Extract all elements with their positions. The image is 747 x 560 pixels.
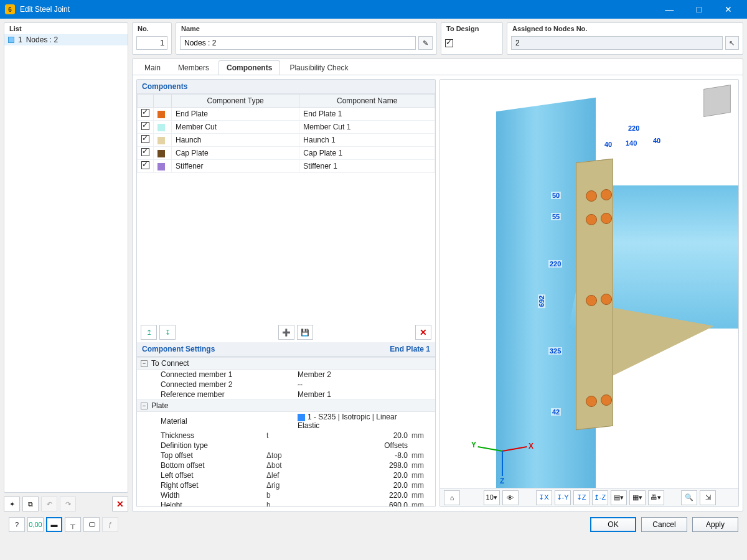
property-row[interactable]: Reference memberMember 1 [137,390,435,399]
property-row[interactable]: Material1 - S235 | Isotropic | Linear El… [137,412,435,431]
add-component-button[interactable]: ➕ [278,325,294,340]
component-checkbox[interactable] [141,135,149,143]
component-name: Stiffener 1 [299,160,435,173]
bolt-icon [601,394,612,406]
component-type: Haunch [172,134,299,147]
display-mode-button[interactable]: ▦▾ [629,490,646,505]
pick-nodes-button[interactable]: ↖ [725,36,739,50]
component-checkbox[interactable] [141,161,149,169]
new-item-button[interactable]: ✦ [4,497,20,511]
tab-bar: Main Members Components Plausibility Che… [133,59,743,75]
view-neg-z-button[interactable]: ↥-Z [592,490,608,505]
close-button[interactable]: ✕ [715,0,742,19]
property-row[interactable]: Bottom offsetΔbot298.0mm [137,460,435,470]
delete-component-button[interactable]: ✕ [415,325,431,340]
property-row[interactable]: Left offsetΔlef20.0mm [137,470,435,480]
dim-label: 140 [624,139,638,147]
component-name: Haunch 1 [299,134,435,147]
edit-name-button[interactable]: ✎ [418,36,433,50]
to-design-checkbox[interactable] [445,39,453,47]
undo-button[interactable]: ↶ [41,497,57,511]
property-row[interactable]: Connected member 2-- [137,380,435,390]
property-row[interactable]: Top offsetΔtop-8.0mm [137,450,435,460]
name-input[interactable] [180,36,416,50]
cancel-button[interactable]: Cancel [641,517,687,532]
settings-selected: End Plate 1 [390,345,430,353]
component-row[interactable]: Stiffener Stiffener 1 [138,160,435,173]
dim-label: 220 [627,124,641,132]
apply-button[interactable]: Apply [692,517,738,532]
col-name: Component Name [299,95,435,108]
bolt-icon [586,295,597,306]
dim-label: 55 [551,213,561,220]
bolt-icon [586,190,597,202]
minimize-button[interactable]: — [655,0,683,19]
units-button[interactable]: 0,00 [27,517,44,532]
bolt-icon [601,213,612,224]
export-view-button[interactable]: ⇲ [700,490,716,505]
assigned-panel: Assigned to Nodes No. ↖ [507,22,743,55]
save-component-button[interactable]: 💾 [297,325,313,340]
view-z-button[interactable]: ↧Z [573,490,590,505]
component-row[interactable]: Member Cut Member Cut 1 [138,121,435,134]
tab-members[interactable]: Members [170,60,217,75]
component-type: Cap Plate [172,147,299,160]
show-labels-button[interactable]: 👁 [502,490,519,505]
property-row[interactable]: Definition typeOffsets [137,441,435,450]
tab-main[interactable]: Main [136,60,169,75]
property-row[interactable]: Thicknesst20.0mm [137,431,435,441]
reset-view-button[interactable]: ⌂ [444,490,460,505]
property-row[interactable]: Connected member 1Member 2 [137,370,435,380]
copy-item-button[interactable]: ⧉ [22,497,39,511]
component-row[interactable]: Haunch Haunch 1 [138,134,435,147]
redo-button[interactable]: ↷ [60,497,76,511]
assigned-input[interactable] [511,36,723,50]
move-down-button[interactable]: ↧ [159,325,176,340]
property-row[interactable]: Widthb220.0mm [137,490,435,500]
settings-group[interactable]: −To Connect [137,357,435,370]
collapse-icon[interactable]: − [141,360,148,367]
print-view-button[interactable]: 🖶▾ [648,490,664,505]
tree-button[interactable]: ┬ [65,517,81,532]
view-neg-y-button[interactable]: ↧-Y [555,490,571,505]
component-checkbox[interactable] [141,148,149,156]
components-table: Component Type Component Name End Plate … [137,94,435,173]
viewport-panel: 220 40 140 40 50 55 220 325 42 692 [439,79,739,507]
view-x-button[interactable]: ↧X [536,490,552,505]
list-item-label: Nodes : 2 [26,35,58,44]
settings-title: Component Settings [142,345,215,353]
color-button[interactable]: ▬ [46,517,62,532]
list-item[interactable]: 1 Nodes : 2 [4,34,128,45]
move-up-button[interactable]: ↥ [141,325,157,340]
component-checkbox[interactable] [141,109,149,117]
ok-button[interactable]: OK [590,517,636,532]
app-icon: 6 [5,4,15,14]
dim-label: 220 [548,260,562,268]
search-view-button[interactable]: 🔍 [681,490,697,505]
tab-plausibility[interactable]: Plausibility Check [281,60,356,75]
settings-group[interactable]: −Plate [137,399,435,412]
no-input[interactable] [136,36,167,50]
viewport-3d[interactable]: 220 40 140 40 50 55 220 325 42 692 [440,80,738,488]
component-row[interactable]: End Plate End Plate 1 [138,108,435,121]
property-row[interactable]: Heighth690.0mm [137,500,435,506]
nav-cube[interactable] [703,85,731,117]
collapse-icon[interactable]: − [141,403,148,409]
settings-area[interactable]: −To ConnectConnected member 1Member 2Con… [137,357,435,506]
dim-label: 325 [548,347,562,355]
tab-components[interactable]: Components [218,60,280,75]
component-row[interactable]: Cap Plate Cap Plate 1 [138,147,435,160]
screen-button[interactable]: 🖵 [83,517,100,532]
zoom-selection-button[interactable]: 10▾ [484,490,500,505]
assigned-label: Assigned to Nodes No. [507,23,743,34]
maximize-button[interactable]: □ [685,0,713,19]
component-checkbox[interactable] [141,122,149,130]
component-color-swatch [157,137,165,144]
delete-item-button[interactable]: ✕ [112,497,128,511]
iso-view-button[interactable]: ▤▾ [611,490,627,505]
help-button[interactable]: ? [9,517,25,532]
property-row[interactable]: Right offsetΔrig20.0mm [137,480,435,490]
script-button[interactable]: ƒ [102,517,118,532]
component-type: End Plate [172,108,299,121]
list-item-swatch [8,37,14,43]
